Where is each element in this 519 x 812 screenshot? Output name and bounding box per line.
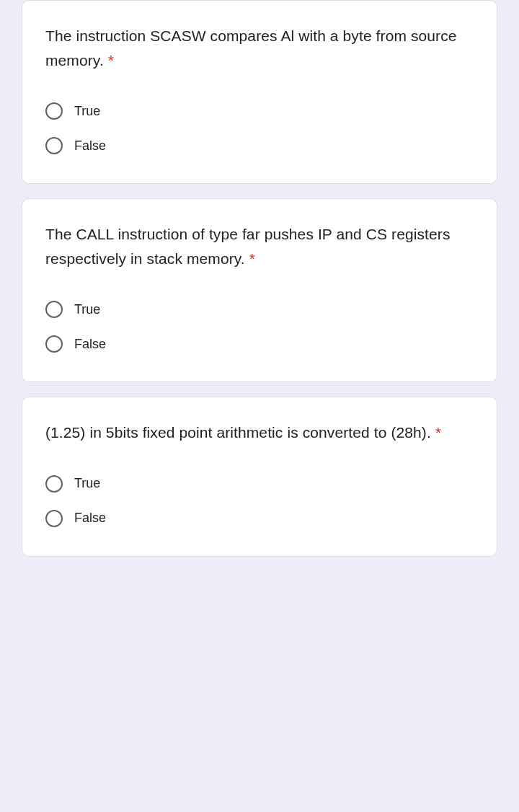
option-true[interactable]: True <box>45 467 474 501</box>
question-content: The CALL instruction of type far pushes … <box>45 226 451 267</box>
question-text: (1.25) in 5bits fixed point arithmetic i… <box>45 420 474 445</box>
question-text: The CALL instruction of type far pushes … <box>45 222 474 270</box>
radio-icon <box>45 510 63 527</box>
question-content: The instruction SCASW compares Al with a… <box>45 27 457 69</box>
option-false[interactable]: False <box>45 128 474 163</box>
option-label: False <box>74 337 106 352</box>
radio-icon <box>45 137 63 154</box>
question-card-2: The CALL instruction of type far pushes … <box>22 198 497 382</box>
option-true[interactable]: True <box>45 292 474 327</box>
option-label: True <box>74 104 100 119</box>
option-true[interactable]: True <box>45 94 474 128</box>
option-label: False <box>74 138 106 154</box>
question-content: (1.25) in 5bits fixed point arithmetic i… <box>45 424 431 441</box>
radio-icon <box>45 475 63 493</box>
question-text: The instruction SCASW compares Al with a… <box>45 24 474 72</box>
required-indicator: * <box>435 424 441 441</box>
radio-icon <box>45 335 63 353</box>
option-false[interactable]: False <box>45 501 474 536</box>
option-label: False <box>74 511 106 526</box>
radio-icon <box>45 102 63 120</box>
question-card-3: (1.25) in 5bits fixed point arithmetic i… <box>22 397 497 557</box>
option-label: True <box>74 302 100 317</box>
required-indicator: * <box>249 250 255 267</box>
required-indicator: * <box>108 52 114 69</box>
question-card-1: The instruction SCASW compares Al with a… <box>22 0 497 184</box>
option-false[interactable]: False <box>45 327 474 361</box>
option-label: True <box>74 476 100 491</box>
radio-icon <box>45 301 63 318</box>
